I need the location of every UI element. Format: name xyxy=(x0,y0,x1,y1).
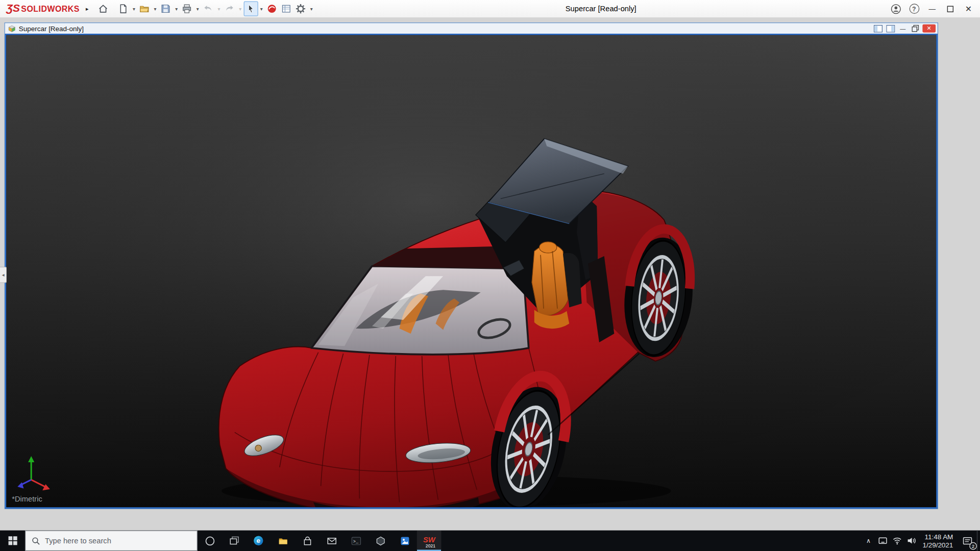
undo-dropdown[interactable]: ▾ xyxy=(215,6,222,12)
brand-mark: ƷS xyxy=(6,3,20,15)
action-center-button[interactable]: 2 xyxy=(958,531,977,551)
open-folder-icon xyxy=(139,3,150,14)
svg-text:>_: >_ xyxy=(353,539,358,544)
clock-time: 11:48 AM xyxy=(924,533,953,541)
file-explorer-button[interactable] xyxy=(271,531,295,551)
maximize-icon xyxy=(947,5,953,12)
maximize-button[interactable] xyxy=(941,0,960,18)
system-tray: ∧ 11:48 AM 1/29/2021 2 xyxy=(861,531,980,551)
svg-text:e: e xyxy=(257,537,261,544)
account-button[interactable] xyxy=(887,0,905,18)
document-window: Supercar [Read-only] — ✕ xyxy=(5,22,938,509)
quick-access-toolbar: ▾ ▾ ▾ ▾ ▾ ▾ ▾ xyxy=(96,1,315,16)
help-icon: ? xyxy=(909,4,919,14)
speaker-icon xyxy=(907,536,916,545)
open-button[interactable] xyxy=(137,1,152,16)
part-document-icon xyxy=(8,24,16,32)
svg-text:2021: 2021 xyxy=(425,543,435,548)
taskbar-search[interactable] xyxy=(25,531,198,551)
account-icon xyxy=(891,4,901,14)
search-icon xyxy=(32,536,40,545)
minimize-document-button[interactable]: — xyxy=(897,24,908,33)
search-input[interactable] xyxy=(45,536,190,545)
redo-button[interactable] xyxy=(223,1,237,16)
photos-button[interactable] xyxy=(393,531,417,551)
tile-left-icon xyxy=(873,24,882,32)
print-dropdown[interactable]: ▾ xyxy=(194,6,201,12)
hexagon-app-icon xyxy=(375,536,385,546)
app-titlebar: ƷS SOLIDWORKS ▸ ▾ ▾ ▾ ▾ xyxy=(0,0,980,18)
print-icon xyxy=(182,3,193,14)
new-document-dropdown[interactable]: ▾ xyxy=(131,6,137,12)
help-button[interactable]: ? xyxy=(905,0,923,18)
view-orientation-label: *Dimetric xyxy=(12,495,42,504)
cortana-button[interactable] xyxy=(198,531,222,551)
home-button[interactable] xyxy=(96,1,110,16)
show-desktop-button[interactable] xyxy=(977,531,980,551)
chevron-up-icon: ∧ xyxy=(866,537,871,544)
options-button[interactable] xyxy=(293,1,308,16)
hidden-icons-button[interactable]: ∧ xyxy=(861,531,875,551)
network-button[interactable] xyxy=(890,531,904,551)
select-tool-dropdown[interactable]: ▾ xyxy=(258,6,265,12)
solidworks-taskbar-button[interactable]: SW2021 xyxy=(417,531,442,551)
mail-button[interactable] xyxy=(320,531,344,551)
save-button[interactable] xyxy=(159,1,173,16)
new-document-icon xyxy=(118,3,129,14)
tile-left-button[interactable] xyxy=(872,24,883,33)
save-icon xyxy=(160,3,172,14)
print-button[interactable] xyxy=(180,1,194,16)
screen: ƷS SOLIDWORKS ▸ ▾ ▾ ▾ ▾ xyxy=(0,0,980,551)
store-icon xyxy=(302,536,312,546)
store-button[interactable] xyxy=(295,531,320,551)
sheet-icon xyxy=(281,3,292,14)
marketplace-button[interactable] xyxy=(265,1,279,16)
tile-right-button[interactable] xyxy=(885,24,896,33)
featuremanager-collapse-tab[interactable]: ◂ xyxy=(0,267,7,283)
task-view-button[interactable] xyxy=(222,531,247,551)
start-button[interactable] xyxy=(0,531,25,551)
close-document-button[interactable]: ✕ xyxy=(922,24,936,33)
workspace: Supercar [Read-only] — ✕ xyxy=(0,18,980,531)
close-button[interactable]: ✕ xyxy=(960,0,978,18)
save-dropdown[interactable]: ▾ xyxy=(173,6,180,12)
volume-button[interactable] xyxy=(904,531,919,551)
graphics-area[interactable]: *Dimetric xyxy=(5,34,938,509)
viewport-canvas[interactable] xyxy=(6,35,936,508)
svg-text:SW: SW xyxy=(423,535,435,543)
taskbar-clock[interactable]: 11:48 AM 1/29/2021 xyxy=(919,531,958,551)
solidworks-app-icon: SW2021 xyxy=(421,533,437,549)
window-title: Supercar [Read-only] xyxy=(315,5,887,13)
restore-document-button[interactable] xyxy=(910,24,921,33)
options-dropdown[interactable]: ▾ xyxy=(308,6,314,12)
file-explorer-icon xyxy=(278,536,288,546)
redo-dropdown[interactable]: ▾ xyxy=(237,6,243,12)
select-tool-button[interactable] xyxy=(243,1,258,16)
minimize-button[interactable]: — xyxy=(923,0,942,18)
gear-icon xyxy=(295,3,306,14)
collapse-arrow-icon: ◂ xyxy=(2,272,5,278)
tile-right-icon xyxy=(886,24,895,32)
taskbar: e >_ SW2021 ∧ xyxy=(0,531,980,551)
open-dropdown[interactable]: ▾ xyxy=(152,6,158,12)
tablet-icon xyxy=(878,536,887,545)
notification-badge: 2 xyxy=(969,542,977,550)
windows-logo-icon xyxy=(8,536,17,545)
undo-button[interactable] xyxy=(201,1,215,16)
minimize-document-icon: — xyxy=(900,26,905,32)
edge-button[interactable]: e xyxy=(246,531,271,551)
tablet-settings-button[interactable] xyxy=(876,531,890,551)
edge-icon: e xyxy=(253,535,264,546)
edrawings-button[interactable] xyxy=(368,531,393,551)
mail-icon xyxy=(327,536,337,546)
wifi-icon xyxy=(893,536,902,545)
new-document-button[interactable] xyxy=(116,1,131,16)
menu-flyout-icon[interactable]: ▸ xyxy=(86,6,89,12)
solidworks-logo: ƷS SOLIDWORKS xyxy=(6,3,80,15)
terminal-button[interactable]: >_ xyxy=(344,531,368,551)
document-titlebar[interactable]: Supercar [Read-only] — ✕ xyxy=(5,23,938,34)
restore-document-icon xyxy=(911,24,919,33)
sheet-properties-button[interactable] xyxy=(279,1,293,16)
minimize-icon: — xyxy=(929,5,936,13)
terminal-icon: >_ xyxy=(351,536,361,546)
